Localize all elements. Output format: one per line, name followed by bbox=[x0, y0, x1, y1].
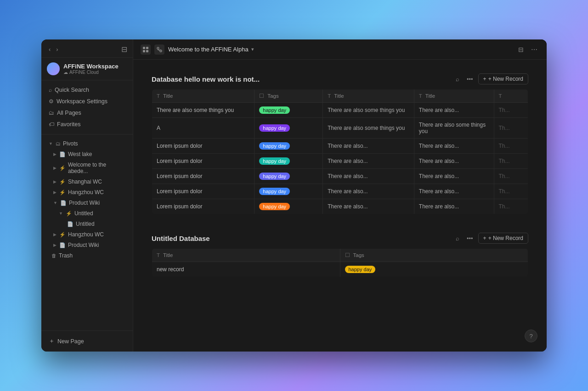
topbar-title-area[interactable]: Welcome to the AFFiNE Alpha ▾ bbox=[168, 46, 254, 53]
expand-icon: ▼ bbox=[53, 201, 57, 205]
th-title-4: T bbox=[494, 89, 528, 103]
workspace-info[interactable]: AFFiNE Workspace ☁ AFFiNE Cloud bbox=[41, 58, 133, 80]
db-more-button-2[interactable]: ••• bbox=[464, 234, 475, 243]
tag-badge: happy day bbox=[259, 203, 290, 210]
database-block-1: Database hello new work is not... ⌕ ••• … bbox=[152, 73, 528, 214]
pivots-item[interactable]: ▼ 🗂 Pivots bbox=[43, 139, 131, 149]
cell-title: Lorem ipsum dolor bbox=[152, 199, 254, 214]
nav-back-button[interactable]: ‹ bbox=[47, 45, 52, 54]
cell-col4: There are also... bbox=[414, 154, 494, 169]
help-button[interactable]: ? bbox=[525, 330, 537, 342]
tree-item-untitled-2[interactable]: 📄 Untitled bbox=[43, 219, 131, 229]
table-row[interactable]: Lorem ipsum dolor happy day There are al… bbox=[152, 199, 528, 214]
db-icon: ⚡ bbox=[59, 165, 66, 171]
plus-icon: ＋ bbox=[49, 337, 55, 345]
pivot-icon: 🗂 bbox=[56, 141, 61, 146]
sidebar-nav-buttons: ‹ › bbox=[47, 45, 60, 54]
page-icon: 📄 bbox=[59, 151, 66, 157]
tree-item-west-lake[interactable]: ▶ 📄 West lake bbox=[43, 149, 131, 159]
table-row[interactable]: Lorem ipsum dolor happy day There are al… bbox=[152, 154, 528, 169]
tree-item-hangzhou-2[interactable]: ▶ ⚡ Hangzhou WC bbox=[43, 229, 131, 240]
db-title-1: Database hello new work is not... bbox=[152, 75, 260, 83]
layout-button[interactable]: ⊟ bbox=[516, 44, 526, 55]
cell-title: A bbox=[152, 118, 254, 139]
db-icon: ⚡ bbox=[59, 190, 66, 196]
new-record-button-1[interactable]: + + New Record bbox=[478, 73, 528, 84]
sidebar-toggle-button[interactable]: ⊟ bbox=[121, 45, 127, 54]
tag-badge: happy day bbox=[345, 266, 376, 273]
table-row[interactable]: new record happy day bbox=[152, 262, 528, 277]
db-icon: ⚡ bbox=[59, 232, 66, 238]
workspace-settings-item[interactable]: ⚙ Workspace Settings bbox=[43, 96, 131, 107]
cell-title: Lorem ipsum dolor bbox=[152, 139, 254, 154]
db-search-button-2[interactable]: ⌕ bbox=[453, 234, 462, 243]
table-row[interactable]: Lorem ipsum dolor happy day There are al… bbox=[152, 139, 528, 154]
database-table-1: T Title ☐ Tags T Title T Title T There a… bbox=[152, 89, 528, 214]
cell-col4: There are also... bbox=[414, 169, 494, 184]
all-pages-item[interactable]: 🗂 All Pages bbox=[43, 107, 131, 118]
more-button[interactable]: ⋯ bbox=[529, 44, 539, 55]
tree-item-hangzhou[interactable]: ▶ ⚡ Hangzhou WC bbox=[43, 187, 131, 197]
table-row[interactable]: There are also some things you happy day… bbox=[152, 103, 528, 118]
grid-icon-button[interactable] bbox=[141, 45, 151, 55]
plus-icon: + bbox=[483, 235, 486, 241]
content-area: Database hello new work is not... ⌕ ••• … bbox=[133, 60, 547, 352]
page-icon: 📄 bbox=[67, 221, 74, 227]
new-record-button-2[interactable]: + + New Record bbox=[478, 233, 528, 244]
trash-icon: 🗑 bbox=[51, 253, 57, 258]
quick-search-item[interactable]: ⌕ Quick Search bbox=[43, 84, 131, 95]
cell-col3: There are also... bbox=[323, 139, 414, 154]
table-row[interactable]: Lorem ipsum dolor happy day There are al… bbox=[152, 169, 528, 184]
cell-col5: Th... bbox=[494, 199, 528, 214]
svg-rect-1 bbox=[146, 47, 148, 49]
cell-col5: Th... bbox=[494, 103, 528, 118]
trash-item[interactable]: 🗑 Trash bbox=[43, 251, 131, 261]
db-search-button-1[interactable]: ⌕ bbox=[453, 74, 462, 84]
tree-item-welcome[interactable]: ▶ ⚡ Welcome to the abede... bbox=[43, 160, 131, 176]
expand-icon: ▶ bbox=[53, 232, 57, 237]
db-icon: ⚡ bbox=[59, 179, 66, 185]
tag-badge: happy day bbox=[259, 106, 290, 114]
expand-icon: ▶ bbox=[53, 243, 57, 247]
tree-item-untitled-1[interactable]: ▼ ⚡ Untitled bbox=[43, 208, 131, 218]
th-title-3: T Title bbox=[414, 89, 494, 103]
expand-icon: ▶ bbox=[53, 190, 57, 195]
tag-badge: happy day bbox=[259, 157, 290, 165]
cloud-icon: ☁ bbox=[63, 70, 68, 75]
th-tags-db2: ☐ Tags bbox=[340, 249, 528, 262]
page-icon: 📄 bbox=[60, 200, 67, 206]
database-table-2: T Title ☐ Tags new record happy day bbox=[152, 248, 528, 277]
expand-icon: ▼ bbox=[59, 211, 63, 216]
cell-col3: There are also... bbox=[323, 199, 414, 214]
cell-col5: Th... bbox=[494, 184, 528, 199]
favorites-item[interactable]: 🏷 Favorites bbox=[43, 119, 131, 130]
cell-col4: There are also... bbox=[414, 139, 494, 154]
tree-item-product-wiki-2[interactable]: ▶ 📄 Product Wiki bbox=[43, 240, 131, 250]
expand-icon: ▶ bbox=[53, 179, 57, 184]
expand-icon: ▶ bbox=[53, 166, 57, 170]
cell-title: Lorem ipsum dolor bbox=[152, 184, 254, 199]
topbar-left: Welcome to the AFFiNE Alpha ▾ bbox=[141, 45, 254, 55]
cell-col3: There are also... bbox=[323, 169, 414, 184]
nav-forward-button[interactable]: › bbox=[54, 45, 60, 54]
db-actions-1: ⌕ ••• + + New Record bbox=[453, 73, 528, 84]
table-row[interactable]: A happy day There are also some things y… bbox=[152, 118, 528, 139]
sidebar-header: ‹ › ⊟ bbox=[41, 39, 133, 58]
sidebar: ‹ › ⊟ AFFiNE Workspace ☁ AFFiNE Cloud ⌕ bbox=[41, 39, 133, 352]
svg-rect-2 bbox=[143, 50, 145, 52]
tree-item-shanghai[interactable]: ▶ ⚡ Shanghai WC bbox=[43, 177, 131, 187]
cell-col3: There are also... bbox=[323, 154, 414, 169]
tag-badge: happy day bbox=[259, 142, 290, 150]
tag-badge: happy day bbox=[259, 173, 290, 180]
topbar-chevron-icon: ▾ bbox=[251, 46, 254, 52]
new-page-button[interactable]: ＋ New Page bbox=[43, 335, 131, 348]
table-row[interactable]: Lorem ipsum dolor happy day There are al… bbox=[152, 184, 528, 199]
topbar-right: ⊟ ⋯ bbox=[516, 44, 539, 55]
git-icon-button[interactable] bbox=[154, 45, 164, 55]
db-more-button-1[interactable]: ••• bbox=[464, 74, 475, 84]
sidebar-bottom: ＋ New Page bbox=[41, 330, 133, 352]
tree-item-product-wiki[interactable]: ▼ 📄 Product Wiki bbox=[43, 198, 131, 208]
cell-col5: Th... bbox=[494, 154, 528, 169]
th-title-1: T Title bbox=[152, 89, 254, 103]
th-tags-1: ☐ Tags bbox=[254, 89, 323, 103]
